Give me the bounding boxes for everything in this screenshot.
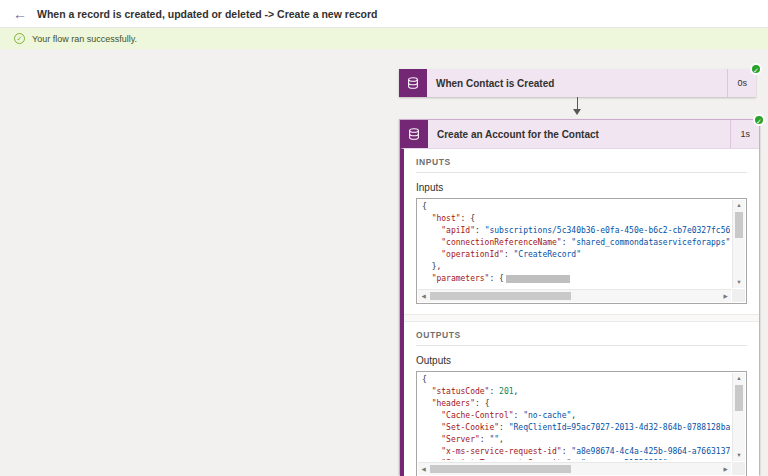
horizontal-scrollbar-thumb[interactable] (430, 465, 571, 473)
outputs-heading: OUTPUTS (416, 330, 747, 340)
vertical-scrollbar[interactable]: ▲ ▼ (732, 200, 745, 288)
trigger-card[interactable]: When Contact is Created 0s ✓ (399, 69, 756, 97)
action-card-body: INPUTS Inputs { "host": { "apiId": "subs… (400, 148, 759, 476)
scroll-left-icon[interactable]: ◀ (418, 463, 429, 475)
scroll-right-icon[interactable]: ▶ (720, 463, 731, 475)
success-check-icon: ✓ (14, 33, 25, 44)
action-title: Create an Account for the Contact (428, 120, 730, 148)
vertical-scrollbar-thumb[interactable] (735, 385, 743, 411)
trigger-title: When Contact is Created (427, 69, 727, 97)
inputs-code-box: { "host": { "apiId": "subscriptions/5c34… (416, 198, 747, 304)
scroll-up-icon[interactable]: ▲ (733, 200, 745, 211)
scrollbar-corner (732, 289, 745, 302)
section-divider (416, 345, 747, 346)
vertical-scrollbar[interactable]: ▲ ▼ (732, 373, 745, 461)
banner-message: Your flow ran successfully. (32, 34, 137, 44)
horizontal-scrollbar[interactable]: ◀ ▶ (418, 289, 731, 302)
back-arrow-icon[interactable]: ← (13, 7, 27, 21)
success-banner: ✓ Your flow ran successfully. (0, 28, 768, 49)
horizontal-scrollbar[interactable]: ◀ ▶ (418, 462, 731, 475)
scroll-up-icon[interactable]: ▲ (733, 373, 745, 384)
flow-run-screen: ← When a record is created, updated or d… (0, 0, 768, 476)
action-card-header[interactable]: Create an Account for the Contact 1s (400, 120, 759, 148)
outputs-code: { "statusCode": 201, "headers": { "Cache… (422, 374, 730, 460)
vertical-scrollbar-thumb[interactable] (735, 212, 743, 238)
scroll-down-icon[interactable]: ▼ (733, 277, 745, 288)
flow-canvas: When Contact is Created 0s ✓ Create an A… (0, 49, 768, 476)
inputs-heading: INPUTS (416, 157, 747, 167)
action-card: Create an Account for the Contact 1s ✓ I… (399, 119, 760, 475)
inputs-code: { "host": { "apiId": "subscriptions/5c34… (422, 201, 730, 287)
scroll-left-icon[interactable]: ◀ (418, 290, 429, 302)
section-divider (416, 172, 747, 173)
connector-arrow-icon (577, 97, 578, 113)
trigger-success-badge: ✓ (750, 63, 762, 75)
scroll-down-icon[interactable]: ▼ (733, 450, 745, 461)
outputs-section: OUTPUTS Outputs { "statusCode": 201, "he… (404, 322, 759, 476)
dataverse-icon (400, 120, 428, 148)
trigger-card-header[interactable]: When Contact is Created 0s (399, 69, 756, 97)
scroll-right-icon[interactable]: ▶ (720, 290, 731, 302)
scrollbar-corner (732, 462, 745, 475)
top-bar: ← When a record is created, updated or d… (0, 0, 768, 28)
horizontal-scrollbar-thumb[interactable] (430, 292, 571, 300)
outputs-label: Outputs (416, 355, 747, 366)
outputs-code-box: { "statusCode": 201, "headers": { "Cache… (416, 371, 747, 476)
action-success-badge: ✓ (753, 114, 765, 126)
section-gap (404, 314, 759, 322)
inputs-label: Inputs (416, 182, 747, 193)
page-title: When a record is created, updated or del… (37, 8, 377, 20)
dataverse-icon (399, 69, 427, 97)
inputs-section: INPUTS Inputs { "host": { "apiId": "subs… (404, 149, 759, 314)
